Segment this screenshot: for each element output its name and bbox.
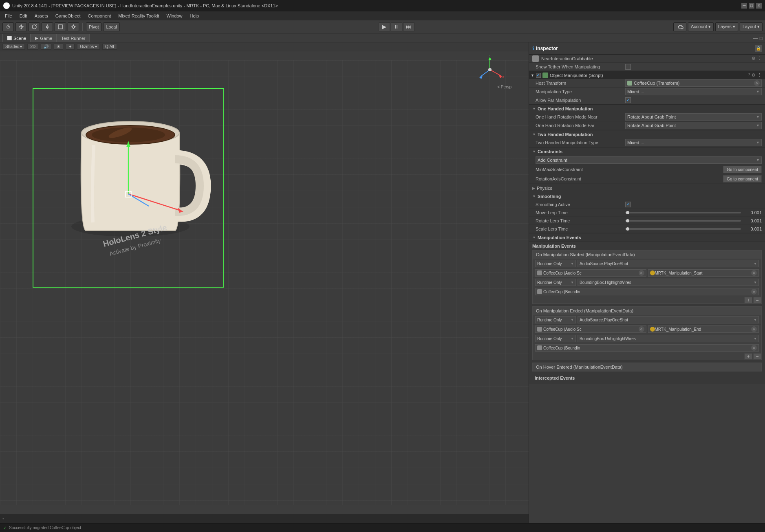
manipulation-type-dropdown[interactable]: Mixed ... ▼ bbox=[625, 88, 762, 95]
rotate-lerp-slider[interactable]: 0.001 bbox=[625, 218, 762, 223]
audio-toggle[interactable]: 🔊 bbox=[41, 44, 51, 50]
ended-add-btn[interactable]: + bbox=[744, 353, 752, 360]
menu-mrtk[interactable]: Mixed Reality Toolkit bbox=[115, 13, 162, 19]
two-handed-header[interactable]: ▼ Two Handed Manipulation bbox=[529, 130, 765, 138]
coffee-audio-ref-2[interactable]: CoffeeCup (Audio Sc ○ bbox=[535, 325, 646, 333]
gizmos-dropdown[interactable]: Gizmos ▾ bbox=[77, 44, 100, 50]
runtime-only-4[interactable]: Runtime Only ▼ bbox=[535, 335, 576, 342]
started-add-remove: + − bbox=[533, 297, 761, 303]
layout-dropdown[interactable]: Layout ▾ bbox=[740, 22, 763, 31]
effects-toggle[interactable]: ✦ bbox=[66, 44, 75, 50]
menu-component[interactable]: Component bbox=[84, 13, 114, 19]
min-max-goto-btn[interactable]: Go to component bbox=[723, 166, 762, 173]
menu-file[interactable]: File bbox=[2, 13, 15, 19]
step-button[interactable]: ⏭ bbox=[403, 22, 414, 31]
menu-edit[interactable]: Edit bbox=[16, 13, 31, 19]
play-button[interactable]: ▶ bbox=[379, 22, 390, 31]
menu-assets[interactable]: Assets bbox=[31, 13, 51, 19]
local-button[interactable]: Local bbox=[103, 22, 119, 31]
two-handed-type-row: Two Handed Manipulation Type Mixed ... ▼ bbox=[529, 138, 765, 147]
mrtk-start-dropdown[interactable]: MRTK_Manipulation_Start ○ bbox=[648, 269, 759, 277]
lighting-toggle[interactable]: ☀ bbox=[54, 44, 63, 50]
host-transform-field[interactable]: CoffeeCup (Transform) ○ bbox=[625, 79, 762, 87]
tab-scene[interactable]: ⬜ Scene bbox=[2, 34, 31, 42]
tab-game[interactable]: ▶ Game bbox=[31, 34, 57, 42]
component-menu[interactable]: ⋮ bbox=[757, 73, 762, 78]
move-tool[interactable] bbox=[15, 22, 27, 31]
started-add-btn[interactable]: + bbox=[744, 297, 752, 303]
menu-gameobject[interactable]: GameObject bbox=[52, 13, 84, 19]
coffee-bounding-ref-1[interactable]: CoffeeCup (Boundin ○ bbox=[535, 288, 759, 295]
rotate-tool[interactable] bbox=[29, 22, 40, 31]
show-tether-checkbox[interactable] bbox=[625, 64, 631, 70]
hand-tool[interactable] bbox=[2, 22, 14, 31]
tab-minimize[interactable]: — bbox=[753, 35, 758, 41]
smoothing-header[interactable]: ▼ Smoothing bbox=[529, 192, 765, 200]
manipulation-events-header[interactable]: ▼ Manipulation Events bbox=[529, 233, 765, 242]
bounding-picker-1[interactable]: ○ bbox=[751, 289, 757, 295]
inspector-lock-icon[interactable]: 🔒 bbox=[755, 45, 762, 52]
rotation-far-dropdown[interactable]: Rotate About Grab Point ▼ bbox=[625, 122, 762, 129]
mrtk-picker-2[interactable]: ○ bbox=[751, 326, 757, 332]
maximize-button[interactable]: □ bbox=[749, 3, 754, 9]
transform-tool[interactable] bbox=[68, 22, 79, 31]
event-ended-row1: Runtime Only ▼ AudioSource.PlayOneShot ▼ bbox=[533, 315, 761, 324]
component-settings[interactable]: ⚙ bbox=[752, 73, 756, 78]
scene-search[interactable]: Q:All bbox=[102, 44, 117, 50]
physics-section-header[interactable]: ▶ Physics bbox=[529, 184, 765, 192]
rotation-axis-goto-btn[interactable]: Go to component bbox=[723, 175, 762, 182]
min-max-scale-row: MinMaxScaleConstraint Go to component bbox=[529, 165, 765, 174]
started-remove-btn[interactable]: − bbox=[753, 297, 761, 303]
minimize-button[interactable]: ─ bbox=[741, 3, 747, 9]
audio-play-shot-1[interactable]: AudioSource.PlayOneShot ▼ bbox=[578, 260, 759, 267]
rect-tool[interactable] bbox=[55, 22, 66, 31]
ended-remove-btn[interactable]: − bbox=[753, 353, 761, 360]
allow-far-row: Allow Far Manipulation bbox=[529, 96, 765, 104]
near-interaction-settings[interactable]: ⚙ bbox=[752, 56, 756, 61]
account-dropdown[interactable]: Account ▾ bbox=[688, 22, 714, 31]
window-controls[interactable]: ─ □ ✕ bbox=[741, 3, 762, 9]
layers-dropdown[interactable]: Layers ▾ bbox=[715, 22, 738, 31]
near-interaction-menu[interactable]: ⋮ bbox=[757, 56, 762, 61]
move-lerp-slider[interactable]: 0.001 bbox=[625, 210, 762, 215]
move-lerp-label: Move Lerp Time bbox=[536, 210, 625, 215]
allow-far-checkbox[interactable] bbox=[625, 97, 631, 103]
one-handed-header[interactable]: ▼ One Handed Manipulation bbox=[529, 105, 765, 113]
scale-lerp-slider[interactable]: 0.001 bbox=[625, 226, 762, 231]
tab-test-runner[interactable]: Test Runner bbox=[57, 34, 90, 42]
cloud-button[interactable] bbox=[673, 22, 686, 31]
tab-maximize[interactable]: □ bbox=[760, 35, 763, 41]
svg-marker-5 bbox=[22, 26, 24, 28]
menu-help[interactable]: Help bbox=[187, 13, 203, 19]
close-button[interactable]: ✕ bbox=[756, 3, 762, 9]
coffee-audio-ref-1[interactable]: CoffeeCup (Audio Sc ○ bbox=[535, 269, 646, 277]
runtime-only-2[interactable]: Runtime Only ▼ bbox=[535, 279, 576, 286]
bounding-highlight-1[interactable]: BoundingBox.HighlightWires ▼ bbox=[578, 279, 759, 286]
audio-picker-1[interactable]: ○ bbox=[639, 270, 644, 276]
object-manipulator-header[interactable]: ▼ Object Manipulator (Script) ? ⚙ ⋮ bbox=[529, 71, 765, 79]
menu-window[interactable]: Window bbox=[163, 13, 185, 19]
coffee-bounding-ref-2[interactable]: CoffeeCup (Boundin ○ bbox=[535, 344, 759, 352]
audio-picker-2[interactable]: ○ bbox=[639, 326, 644, 332]
rotation-near-dropdown[interactable]: Rotate About Grab Point ▼ bbox=[625, 113, 762, 121]
audio-play-shot-2[interactable]: AudioSource.PlayOneShot ▼ bbox=[578, 316, 759, 323]
scale-tool[interactable] bbox=[42, 22, 53, 31]
mrtk-picker-1[interactable]: ○ bbox=[751, 270, 757, 276]
smoothing-active-checkbox[interactable] bbox=[625, 202, 631, 207]
shaded-dropdown[interactable]: Shaded ▾ bbox=[2, 44, 25, 50]
pivot-button[interactable]: Pivot bbox=[86, 22, 101, 31]
2d-toggle[interactable]: 2D bbox=[27, 44, 38, 50]
bounding-picker-2[interactable]: ○ bbox=[751, 345, 757, 351]
runtime-only-3[interactable]: Runtime Only ▼ bbox=[535, 316, 576, 323]
bounding-unhighlight-1[interactable]: BoundingBox.UnhighlightWires ▼ bbox=[578, 335, 759, 342]
two-handed-type-dropdown[interactable]: Mixed ... ▼ bbox=[625, 139, 762, 146]
add-constraint-dropdown[interactable]: Add Constraint ▼ bbox=[536, 156, 762, 164]
manipulator-enabled-checkbox[interactable] bbox=[536, 73, 541, 78]
pause-button[interactable]: ⏸ bbox=[391, 22, 402, 31]
gizmo-axes[interactable]: Y X bbox=[476, 55, 504, 84]
mrtk-end-dropdown[interactable]: MRTK_Manipulation_End ○ bbox=[648, 325, 759, 333]
component-help[interactable]: ? bbox=[747, 73, 750, 78]
constraints-header[interactable]: ▼ Constraints bbox=[529, 147, 765, 156]
host-transform-picker[interactable]: ○ bbox=[754, 80, 760, 86]
runtime-only-1[interactable]: Runtime Only ▼ bbox=[535, 260, 576, 267]
